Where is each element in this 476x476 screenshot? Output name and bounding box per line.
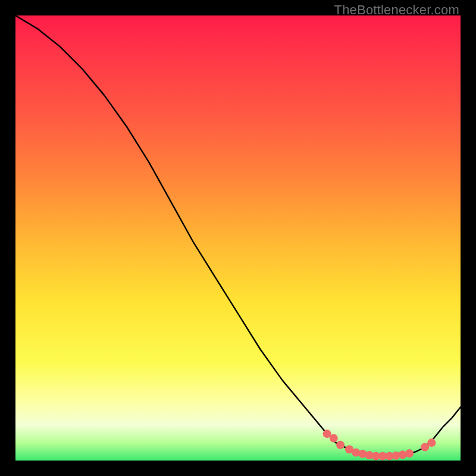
curve-line <box>15 15 461 456</box>
curve-marker <box>330 434 338 443</box>
chart-svg <box>15 15 461 461</box>
curve-marker <box>336 441 345 449</box>
curve-marker <box>405 449 414 458</box>
chart-frame: TheBottlenecker.com <box>0 0 476 476</box>
curve-markers <box>323 430 436 460</box>
plot-area <box>15 15 461 461</box>
curve-marker <box>427 439 436 447</box>
